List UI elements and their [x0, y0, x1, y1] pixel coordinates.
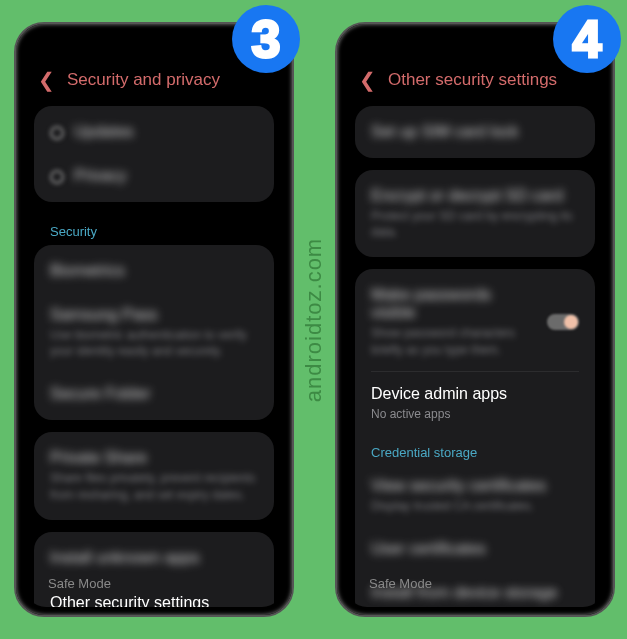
row-label: Set up SIM card lock [371, 123, 579, 141]
card-encrypt: Encrypt or decrypt SD card Protect your … [355, 170, 595, 257]
row-privacy[interactable]: Privacy [34, 154, 274, 198]
card-security-1: Biometrics Samsung Pass Use biometric au… [34, 245, 274, 420]
row-label: Updates [74, 123, 134, 140]
page-title: Security and privacy [67, 70, 220, 90]
row-label: Secure Folder [50, 385, 258, 403]
row-sim-lock[interactable]: Set up SIM card lock [355, 110, 595, 154]
row-label: Other security settings [50, 594, 258, 607]
step-badge-4: 4 [553, 5, 621, 73]
row-samsung-pass[interactable]: Samsung Pass Use biometric authenticatio… [34, 293, 274, 372]
row-label: Install unknown apps [50, 549, 258, 567]
row-biometrics[interactable]: Biometrics [34, 249, 274, 293]
row-user-certs[interactable]: User certificates [355, 527, 595, 571]
row-label: Encrypt or decrypt SD card [371, 187, 579, 205]
safe-mode-label: Safe Mode [48, 576, 111, 591]
row-view-certs[interactable]: View security certificates Display trust… [355, 464, 595, 527]
row-passwords-visible[interactable]: Make passwords visible Show password cha… [355, 273, 595, 370]
row-label: User certificates [371, 540, 579, 558]
row-label: Device admin apps [371, 385, 579, 403]
section-header-credential: Credential storage [355, 435, 595, 464]
row-sublabel: Use biometric authentication to verify y… [50, 327, 258, 359]
row-label: Samsung Pass [50, 306, 258, 324]
header-bar: ❮ Other security settings [345, 60, 605, 106]
row-sublabel: Protect your SD card by encrypting its d… [371, 208, 579, 240]
row-device-admin-apps[interactable]: Device admin apps No active apps [355, 372, 595, 435]
card-top: Updates Privacy [34, 106, 274, 202]
phone-screen-right: ❮ Other security settings Set up SIM car… [345, 32, 605, 607]
bullet-icon [50, 126, 64, 140]
bullet-icon [50, 170, 64, 184]
header-bar: ❮ Security and privacy [24, 60, 284, 106]
card-passwords-admin: Make passwords visible Show password cha… [355, 269, 595, 607]
phone-frame-left: ❮ Security and privacy Updates Privacy S… [14, 22, 294, 617]
row-install-unknown[interactable]: Install unknown apps [34, 536, 274, 580]
page-title: Other security settings [388, 70, 557, 90]
toggle-switch[interactable] [547, 314, 579, 330]
row-label: Private Share [50, 449, 258, 467]
row-sublabel: Display trusted CA certificates. [371, 498, 579, 514]
card-security-3: Install unknown apps Other security sett… [34, 532, 274, 607]
card-sim: Set up SIM card lock [355, 106, 595, 158]
row-updates[interactable]: Updates [34, 110, 274, 154]
section-header-security: Security [24, 214, 284, 245]
back-icon[interactable]: ❮ [359, 68, 376, 92]
watermark-text: androidtoz.com [301, 237, 327, 401]
row-label: Biometrics [50, 262, 258, 280]
row-sublabel: Share files privately, prevent recipient… [50, 470, 258, 502]
row-private-share[interactable]: Private Share Share files privately, pre… [34, 436, 274, 515]
card-security-2: Private Share Share files privately, pre… [34, 432, 274, 519]
row-sublabel: No active apps [371, 406, 579, 422]
row-label: Privacy [74, 167, 126, 184]
phone-frame-right: ❮ Other security settings Set up SIM car… [335, 22, 615, 617]
safe-mode-label: Safe Mode [369, 576, 432, 591]
row-label: View security certificates [371, 477, 579, 495]
back-icon[interactable]: ❮ [38, 68, 55, 92]
row-sublabel: Show password characters briefly as you … [371, 325, 579, 357]
phone-screen-left: ❮ Security and privacy Updates Privacy S… [24, 32, 284, 607]
row-encrypt-sd[interactable]: Encrypt or decrypt SD card Protect your … [355, 174, 595, 253]
row-secure-folder[interactable]: Secure Folder [34, 372, 274, 416]
step-badge-3: 3 [232, 5, 300, 73]
